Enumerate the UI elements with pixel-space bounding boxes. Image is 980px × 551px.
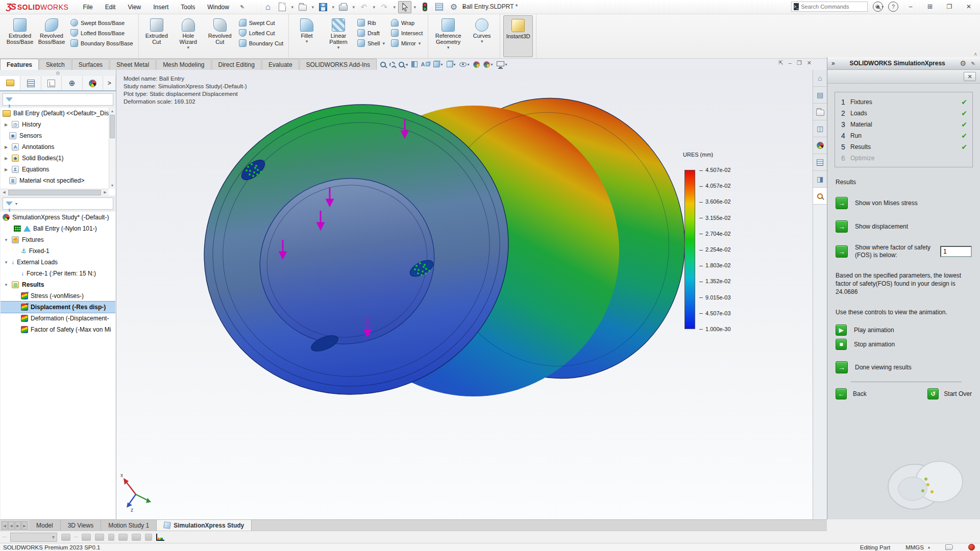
boundary-cut-button[interactable]: Boundary Cut bbox=[237, 38, 285, 48]
toolbar-icon-3[interactable] bbox=[95, 534, 104, 541]
collapse-icon[interactable]: ▼ bbox=[4, 238, 9, 242]
toolbar-drag-handle[interactable]: ⋮ bbox=[75, 535, 78, 540]
graphics-viewport[interactable]: Model name: Ball Entry Study name: Simul… bbox=[116, 70, 813, 519]
panel-close-button[interactable]: ✕ bbox=[964, 72, 976, 81]
menu-tools[interactable]: Tools bbox=[176, 1, 200, 13]
filter-caret-icon[interactable]: ▾ bbox=[15, 202, 17, 206]
expand-icon[interactable]: ▶ bbox=[4, 167, 9, 172]
start-over-button[interactable]: ↺ bbox=[927, 388, 939, 399]
tab-surfaces[interactable]: Surfaces bbox=[72, 59, 109, 70]
revolved-cut-button[interactable]: Revolved Cut bbox=[205, 15, 235, 57]
help-icon[interactable]: ? bbox=[888, 2, 898, 12]
doc-restore-icon[interactable]: ❐ bbox=[797, 60, 802, 66]
tab-file-explorer[interactable] bbox=[813, 104, 827, 120]
tree-item-sensors[interactable]: ◉ Sensors bbox=[1, 130, 115, 141]
nav-last-icon[interactable]: ▶ bbox=[21, 521, 28, 530]
redo-button[interactable]: ↷ bbox=[378, 1, 391, 13]
menu-window[interactable]: Window bbox=[202, 1, 234, 13]
annotation-views-button[interactable]: A bbox=[421, 61, 430, 67]
tab-configuration-manager[interactable] bbox=[41, 76, 62, 90]
sim-tree-deformation[interactable]: Deformation (-Displacement- bbox=[1, 313, 115, 324]
tab-dimxpert[interactable]: ⊕ bbox=[62, 76, 82, 90]
scroll-left-icon[interactable]: ◀ bbox=[1, 190, 8, 194]
show-displacement-row[interactable]: → Show displacement bbox=[836, 220, 972, 233]
tab-solidworks-addins[interactable]: SOLIDWORKS Add-Ins bbox=[300, 59, 377, 70]
fillet-button[interactable]: Fillet▾ bbox=[292, 15, 322, 57]
undo-dropdown-caret[interactable]: ▾ bbox=[372, 5, 377, 10]
notification-icon[interactable] bbox=[968, 544, 975, 550]
rib-button[interactable]: Rib bbox=[355, 18, 387, 28]
toolbar-drag-handle[interactable]: ⋮ bbox=[3, 535, 6, 540]
expand-icon[interactable]: ▶ bbox=[4, 145, 9, 149]
linear-pattern-caret[interactable]: ▾ bbox=[337, 45, 340, 50]
tree-item-equations[interactable]: ▶ Σ Equations bbox=[1, 164, 115, 175]
play-button[interactable]: ▶ bbox=[836, 324, 847, 336]
menu-insert[interactable]: Insert bbox=[148, 1, 174, 13]
nav-prev-icon[interactable]: ◀ bbox=[8, 521, 14, 530]
reference-geometry-caret[interactable]: ▾ bbox=[447, 45, 450, 50]
edit-appearance-button[interactable] bbox=[473, 61, 480, 68]
scrollbar-thumb[interactable] bbox=[110, 115, 115, 138]
tab-features[interactable]: Features bbox=[0, 59, 39, 70]
collapse-icon[interactable]: ▼ bbox=[4, 283, 9, 287]
home-button[interactable]: ⌂ bbox=[261, 1, 275, 13]
panes-button[interactable]: ⊞ bbox=[923, 1, 937, 12]
tree-item-material[interactable]: ≣ Material <not specified> bbox=[1, 175, 115, 186]
menu-view[interactable]: View bbox=[122, 1, 146, 13]
mirror-button[interactable]: Mirror▾ bbox=[389, 38, 425, 48]
restore-button[interactable]: ❐ bbox=[942, 1, 957, 12]
sim-tree-fixtures[interactable]: ▼ ✊ Fixtures bbox=[1, 234, 115, 245]
previous-view-button[interactable]: ◂ bbox=[399, 62, 408, 67]
tab-simulation-advisor[interactable]: ◨ bbox=[813, 171, 827, 188]
mirror-caret[interactable]: ▾ bbox=[419, 41, 421, 46]
status-tag-icon[interactable] bbox=[945, 544, 953, 550]
tab-property-manager[interactable] bbox=[20, 76, 41, 90]
nav-first-icon[interactable]: ◀ bbox=[2, 521, 8, 530]
options-button[interactable]: ⚙ bbox=[447, 1, 460, 13]
panel-splitter-handle[interactable] bbox=[0, 70, 116, 76]
tab-sheet-metal[interactable]: Sheet Metal bbox=[110, 59, 156, 70]
sim-tree-displacement[interactable]: u Displacement (-Res disp-) bbox=[1, 302, 115, 313]
ribbon-collapse-caret[interactable]: ˄ bbox=[974, 52, 977, 57]
sim-tree-part[interactable]: Ball Entry (-Nylon 101-) bbox=[1, 223, 115, 234]
tab-sketch[interactable]: Sketch bbox=[39, 59, 71, 70]
plot-tools-icon[interactable] bbox=[156, 534, 164, 541]
toolbar-icon-4[interactable] bbox=[108, 534, 114, 541]
doc-tab-simulationxpress-study[interactable]: SimulationXpress Study bbox=[157, 520, 252, 531]
curves-button[interactable]: Curves▾ bbox=[467, 15, 497, 57]
save-dropdown-caret[interactable]: ▾ bbox=[331, 5, 336, 10]
tree-item-solid-bodies[interactable]: ▶ ◆ Solid Bodies(1) bbox=[1, 153, 115, 164]
sim-tree-fixed1[interactable]: ⚓ Fixed-1 bbox=[1, 245, 115, 257]
stop-button[interactable]: ■ bbox=[836, 339, 847, 350]
tree-item-annotations[interactable]: ▶ A Annotations bbox=[1, 141, 115, 153]
toolbar-icon-6[interactable] bbox=[132, 534, 141, 541]
panel-gear-icon[interactable]: ⚙ bbox=[960, 59, 967, 67]
tree-filter-box[interactable] bbox=[3, 93, 113, 106]
tab-appearances[interactable] bbox=[813, 137, 827, 154]
open-button[interactable] bbox=[296, 1, 309, 13]
status-units-selector[interactable]: MMGS ▴ bbox=[905, 544, 930, 550]
extruded-boss-base-button[interactable]: Extruded Boss/Base bbox=[5, 15, 35, 57]
file-properties-button[interactable] bbox=[433, 1, 446, 13]
tree-horizontal-scrollbar[interactable]: ◀ ▶ bbox=[1, 189, 109, 195]
view-settings-button[interactable]: ▾ bbox=[497, 61, 507, 68]
tree-item-history[interactable]: ▶ ◷ History bbox=[1, 119, 115, 130]
tree-vertical-scrollbar[interactable]: ▲ ▼ bbox=[109, 108, 115, 189]
scroll-right-icon[interactable]: ▶ bbox=[102, 190, 109, 194]
tree-root-ball-entry[interactable]: Ball Entry (Default) <<Default>_Disp bbox=[1, 108, 115, 119]
shell-button[interactable]: Shell▾ bbox=[355, 38, 387, 48]
undo-button[interactable]: ↶ bbox=[357, 1, 371, 13]
minimize-button[interactable]: – bbox=[903, 1, 918, 12]
swept-cut-button[interactable]: Swept Cut bbox=[237, 18, 285, 28]
search-input[interactable] bbox=[801, 4, 873, 10]
toolbar-icon-7[interactable] bbox=[145, 534, 152, 541]
tab-solidworks-resources[interactable]: ⌂ bbox=[813, 70, 827, 87]
step-loads[interactable]: 2Loads✔ bbox=[840, 108, 967, 119]
instant3d-button[interactable]: Instant3D bbox=[503, 15, 533, 57]
doc-close-icon[interactable]: ✕ bbox=[807, 60, 812, 66]
back-button[interactable]: ← bbox=[836, 388, 847, 399]
fos-arrow-button[interactable]: → bbox=[836, 245, 848, 258]
step-material[interactable]: 3Material✔ bbox=[840, 119, 967, 130]
play-animation-row[interactable]: ▶ Play animation bbox=[836, 324, 972, 336]
scrollbar-thumb[interactable] bbox=[8, 190, 101, 195]
